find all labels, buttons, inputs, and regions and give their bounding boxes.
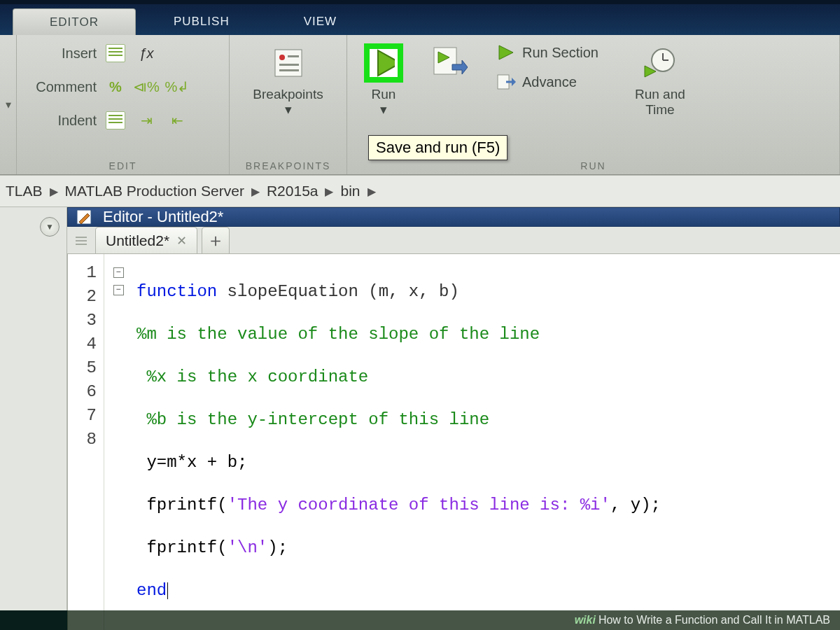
indent-left-icon[interactable]: ⇤ bbox=[165, 108, 189, 132]
run-label: Run▾ bbox=[372, 87, 396, 118]
svg-rect-4 bbox=[279, 69, 299, 71]
run-and-time-button[interactable]: Run and Time bbox=[628, 41, 692, 119]
fold-toggle[interactable]: − bbox=[113, 267, 124, 278]
group-label-breakpoints: BREAKPOINTS bbox=[239, 158, 337, 172]
crumb-2[interactable]: R2015a bbox=[261, 183, 324, 200]
run-icon bbox=[364, 43, 403, 83]
percent-uncomment-icon[interactable]: ⧏% bbox=[134, 75, 158, 99]
doc-tab-label: Untitled2* bbox=[106, 232, 169, 249]
run-advance-icon bbox=[430, 43, 469, 83]
crumb-1[interactable]: MATLAB Production Server bbox=[59, 183, 250, 200]
percent-icon[interactable]: % bbox=[104, 75, 127, 99]
advance-label: Advance bbox=[522, 74, 577, 90]
document-tab-strip: Untitled2* ✕ ＋ bbox=[67, 227, 840, 254]
advance-button[interactable]: Advance bbox=[491, 70, 603, 94]
svg-marker-5 bbox=[378, 50, 395, 76]
run-time-label: Run and Time bbox=[635, 87, 685, 118]
svg-marker-8 bbox=[499, 46, 513, 59]
panel-menu-button[interactable]: ▼ bbox=[40, 217, 59, 237]
chevron-right-icon: ▶ bbox=[250, 185, 261, 198]
tab-publish[interactable]: PUBLISH bbox=[137, 8, 266, 35]
ribbon-toggle[interactable]: ▾ bbox=[0, 35, 17, 174]
tab-editor[interactable]: EDITOR bbox=[13, 8, 136, 35]
breakpoints-icon bbox=[269, 43, 308, 83]
editor-panel-title: Editor - Untitled2* bbox=[67, 207, 840, 227]
close-icon[interactable]: ✕ bbox=[176, 233, 187, 248]
wiki-badge: wiki bbox=[575, 614, 596, 626]
fold-toggle[interactable]: − bbox=[113, 285, 124, 295]
group-label-edit: EDIT bbox=[27, 158, 219, 172]
label-insert: Insert bbox=[27, 46, 97, 62]
watermark-footer: wiki How to Write a Function and Call It… bbox=[0, 610, 840, 630]
pencil-icon bbox=[75, 208, 93, 226]
svg-rect-0 bbox=[275, 50, 302, 76]
panel-title-text: Editor - Untitled2* bbox=[103, 208, 223, 226]
run-advance-button[interactable]: x bbox=[423, 41, 476, 104]
insert-section-icon[interactable] bbox=[104, 41, 127, 65]
tooltip-save-and-run: Save and run (F5) bbox=[368, 135, 507, 160]
left-panel: ▼ bbox=[0, 207, 67, 610]
chevron-right-icon: ▶ bbox=[366, 185, 377, 198]
new-tab-button[interactable]: ＋ bbox=[202, 227, 230, 253]
tab-drag-handle[interactable] bbox=[76, 228, 87, 253]
chevron-right-icon: ▶ bbox=[48, 185, 59, 198]
code-text[interactable]: function slopeEquation (m, x, b) %m is t… bbox=[132, 254, 840, 630]
crumb-3[interactable]: bin bbox=[335, 183, 365, 200]
run-button[interactable]: Run▾ bbox=[357, 41, 410, 119]
ribbon-group-edit: Insert ƒx · Comment % ⧏% %↲ Indent ⇥ ⇤ bbox=[17, 35, 230, 174]
tab-view[interactable]: VIEW bbox=[267, 8, 373, 35]
crumb-0[interactable]: TLAB bbox=[0, 183, 48, 200]
percent-wrap-icon[interactable]: %↲ bbox=[165, 75, 189, 99]
advance-icon bbox=[496, 71, 517, 92]
run-section-icon bbox=[496, 42, 517, 63]
svg-rect-3 bbox=[279, 64, 299, 66]
ribbon-toolbar: ▾ Insert ƒx · Comment % ⧏% %↲ Indent bbox=[0, 35, 840, 175]
article-title: How to Write a Function and Call It in M… bbox=[598, 614, 830, 626]
label-comment: Comment bbox=[27, 79, 97, 95]
breakpoints-label: Breakpoints▾ bbox=[253, 87, 323, 118]
code-editor[interactable]: 12345678 − − function slopeEquation (m, … bbox=[67, 254, 840, 630]
ribbon-tab-strip: EDITOR PUBLISH VIEW bbox=[0, 4, 840, 35]
chevron-right-icon: ▶ bbox=[323, 185, 335, 198]
svg-marker-10 bbox=[512, 78, 516, 86]
indent-doc-icon[interactable] bbox=[104, 108, 127, 132]
svg-point-1 bbox=[279, 55, 285, 60]
workspace: ▼ Editor - Untitled2* Untitled2* ✕ ＋ 123… bbox=[0, 207, 840, 610]
fold-gutter: − − bbox=[104, 254, 132, 630]
breakpoints-button[interactable]: Breakpoints▾ bbox=[246, 41, 330, 119]
label-indent: Indent bbox=[27, 113, 97, 129]
line-gutter: 12345678 bbox=[68, 254, 104, 630]
document-tab[interactable]: Untitled2* ✕ bbox=[95, 227, 197, 253]
indent-right-icon[interactable]: ⇥ bbox=[134, 108, 158, 132]
run-time-icon bbox=[640, 43, 680, 83]
run-section-button[interactable]: Run Section bbox=[491, 41, 603, 64]
ribbon-group-breakpoints: Breakpoints▾ BREAKPOINTS bbox=[230, 35, 347, 174]
svg-rect-2 bbox=[288, 55, 299, 57]
fx-icon[interactable]: ƒx bbox=[134, 41, 158, 65]
path-breadcrumb: TLAB ▶ MATLAB Production Server ▶ R2015a… bbox=[0, 175, 840, 207]
run-section-label: Run Section bbox=[522, 45, 598, 61]
editor-panel: Editor - Untitled2* Untitled2* ✕ ＋ 12345… bbox=[67, 207, 840, 610]
